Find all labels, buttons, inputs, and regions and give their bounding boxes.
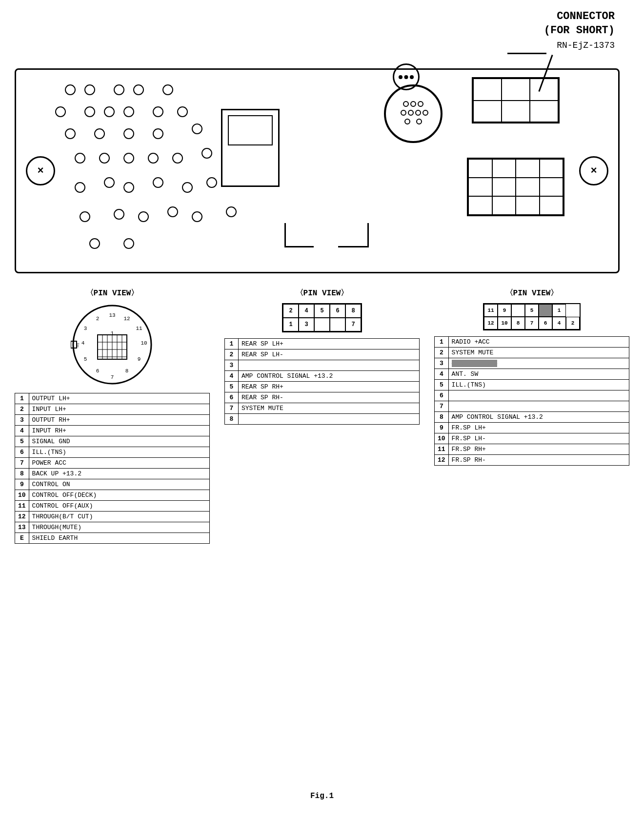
table-row: 4INPUT RH+ [15,426,210,436]
table-row: 12THROUGH(B/T CUT) [15,512,210,522]
pin-label: POWER ACC [29,458,209,469]
vent-dot [201,148,212,159]
pin-label: THROUGH(B/T CUT) [29,512,209,522]
vent-dot [177,106,188,117]
wire-trace-v2 [367,223,369,247]
table-row: 7SYSTEM MUTE [225,403,420,414]
vent-dot [65,128,76,139]
svg-point-4 [411,102,416,106]
wire-trace2 [338,246,367,247]
pin-label: FR.SP LH- [448,433,629,444]
table-row: 1REAR SP LH+ [225,339,420,349]
vent-dot [123,153,134,164]
pin-number: 1 [15,393,29,404]
pin-label: INPUT RH+ [29,426,209,436]
pin-number: 4 [435,369,449,380]
vent-dot [114,209,124,220]
pin-label: BACK UP +13.2 [29,469,209,479]
vent-dot [148,153,159,164]
table-row: 5ILL.(TNS) [435,380,629,390]
rect-pin-diagram-right: 11 9 5 9* 1 12 10 8 7 6 4 2 [434,303,629,336]
svg-point-8 [416,110,421,115]
table-row: 3 [225,360,420,371]
pin-number: 4 [15,426,29,436]
pin-number: 13 [15,522,29,533]
svg-point-7 [408,110,413,115]
vent-dot [138,211,149,222]
pin-label: FR.SP RH- [448,455,629,466]
pin-views-section: 〈PIN VIEW〉 13 12 11 10 9 8 7 6 5 4 3 2 1 [15,288,629,544]
pin-table-middle: 1REAR SP LH+2REAR SP LH-34AMP CONTROL SI… [224,338,420,425]
header-subtitle: (FOR SHORT) [544,24,615,38]
scratched-text: BACK UP+13.2 [452,360,498,367]
din-connector [384,84,443,143]
svg-text:E: E [76,343,80,348]
pin-label: THROUGH(MUTE) [29,522,209,533]
svg-text:11: 11 [136,326,142,331]
table-row: 4AMP CONTROL SIGNAL +13.2 [225,371,420,382]
pin-label: OUTPUT RH+ [29,415,209,426]
pin-view-middle: 〈PIN VIEW〉 2 4 5 6 8 1 3 7 [224,288,420,425]
table-row: 6 [435,390,629,401]
table-row: 4ANT. SW [435,369,629,380]
pin-number: 7 [15,458,29,469]
header-model: RN-EjZ-1373 [544,41,615,50]
pin-number: 2 [435,348,449,358]
vent-dot [84,84,95,95]
pin-table-right: 1RADIO +ACC2SYSTEM MUTE3BACK UP+13.24ANT… [434,336,629,466]
svg-point-10 [405,119,410,124]
table-row: 1RADIO +ACC [435,337,629,348]
vent-dot [153,128,163,139]
svg-text:8: 8 [125,368,129,374]
pin-label: ANT. SW [448,369,629,380]
table-row: 8AMP CONTROL SIGNAL +13.2 [435,412,629,423]
pin-label [239,414,420,425]
pin-number: 6 [435,390,449,401]
pin-number: 11 [15,501,29,512]
vent-dot [80,211,90,222]
vent-dot [133,84,144,95]
svg-point-5 [418,102,423,106]
pin-view-middle-title: 〈PIN VIEW〉 [224,288,420,298]
svg-point-9 [423,110,428,115]
pin-label: REAR SP RH- [239,392,420,403]
vent-dot [153,177,163,188]
table-row: 8 [225,414,420,425]
vent-dot [182,182,193,193]
svg-point-11 [417,119,422,124]
pin-label: OUTPUT LH+ [29,393,209,404]
pin-label: SIGNAL GND [29,436,209,447]
pin-number: 9 [15,479,29,490]
pin-label: ILL.(TNS) [448,380,629,390]
rect-pin-diagram-middle: 2 4 5 6 8 1 3 7 [224,303,420,338]
tape-slot [221,109,280,187]
vent-dot [192,211,202,222]
pin-view-left: 〈PIN VIEW〉 13 12 11 10 9 8 7 6 5 4 3 2 1 [15,288,210,544]
vent-dot [55,106,66,117]
table-row: 5SIGNAL GND [15,436,210,447]
table-row: 13THROUGH(MUTE) [15,522,210,533]
pin-number: 8 [15,469,29,479]
vent-dot [89,238,100,249]
svg-text:10: 10 [141,340,147,346]
header-block: CONNECTOR (FOR SHORT) RN-EjZ-1373 [544,10,615,50]
pin-number: 10 [15,490,29,501]
vent-dot [206,177,217,188]
table-row: 7 [435,401,629,412]
pin-number: 5 [435,380,449,390]
pin-label: INPUT LH+ [29,404,209,415]
vent-dot [167,206,178,217]
pin-number: 11 [435,444,449,455]
pin-number: 5 [15,436,29,447]
table-row: 2REAR SP LH- [225,349,420,360]
pin-label: CONTROL OFF(DECK) [29,490,209,501]
table-row: 6REAR SP RH- [225,392,420,403]
pin-number: 8 [435,412,449,423]
table-row: 11FR.SP RH+ [435,444,629,455]
svg-text:4: 4 [81,340,85,346]
vent-dot [123,106,134,117]
pin-table-left: 1OUTPUT LH+2INPUT LH+3OUTPUT RH+4INPUT R… [15,393,210,544]
pin-label: SYSTEM MUTE [448,348,629,358]
pin-label: CONTROL OFF(AUX) [29,501,209,512]
svg-point-6 [401,110,406,115]
